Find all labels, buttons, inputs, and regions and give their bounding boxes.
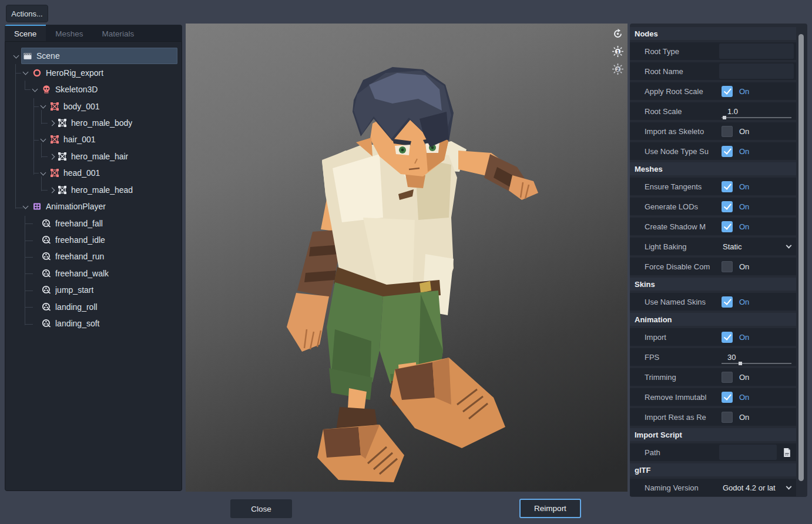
checkbox[interactable] [722, 201, 733, 212]
checkbox[interactable] [722, 146, 733, 157]
checkbox-state-label: On [739, 413, 749, 422]
tree-item-hero-male-head[interactable]: hero_male_head [5, 182, 182, 198]
tree-item-herorig-export[interactable]: HeroRig_export [5, 64, 182, 81]
checkbox-state-label: On [739, 147, 749, 156]
property-row-generate-lods: Generate LODsOn [630, 198, 796, 215]
tree-item-label: landing_soft [55, 319, 100, 328]
property-row-ensure-tangents: Ensure TangentsOn [630, 178, 796, 195]
slider-track[interactable] [722, 363, 791, 364]
property-label: Import [630, 333, 719, 342]
tree-item-skeleton3d[interactable]: Skeleton3D [5, 81, 182, 98]
checkbox[interactable] [722, 392, 733, 403]
tree-item-label: freehand_walk [55, 269, 109, 278]
property-label: Trimming [630, 373, 719, 382]
property-label: Apply Root Scale [630, 87, 719, 96]
property-row-naming-version: Naming VersionGodot 4.2 or lat [630, 479, 796, 496]
section-header-skins[interactable]: Skins [630, 278, 796, 291]
scrollbar-thumb[interactable] [798, 34, 804, 481]
checkbox-state-label: On [739, 202, 749, 211]
property-row-create-shadow-m: Create Shadow MOn [630, 218, 796, 235]
actions-button[interactable]: Actions... [6, 5, 48, 22]
tab-scene[interactable]: Scene [5, 25, 46, 41]
checkbox-state-label: On [739, 298, 749, 306]
tree-expand-chevron[interactable] [12, 48, 21, 64]
tree-expand-chevron[interactable] [47, 148, 56, 165]
tree-item-body-001[interactable]: body_001 [5, 98, 182, 114]
property-row-import: ImportOn [630, 328, 796, 346]
tree-guide-line [41, 110, 42, 124]
tree-expand-chevron[interactable] [22, 64, 31, 81]
slider-value[interactable]: 1.0 [719, 107, 738, 116]
property-row-remove-immutabl: Remove ImmutablOn [630, 388, 796, 406]
inspector-scrollbar[interactable] [798, 29, 804, 493]
tree-expand-chevron[interactable] [47, 182, 56, 198]
dropdown[interactable]: Static [719, 238, 796, 255]
mesh-icon [58, 152, 67, 161]
tree-item-hero-male-hair[interactable]: hero_male_hair [5, 148, 182, 165]
slider-value[interactable]: 30 [719, 353, 736, 362]
tree-item-label: Skeleton3D [55, 85, 98, 94]
checkbox[interactable] [722, 412, 733, 423]
tree-guide-line [25, 324, 33, 325]
preview-light-2-button[interactable]: 2 [611, 62, 624, 75]
property-label: Remove Immutabl [630, 393, 719, 402]
text-field[interactable] [719, 64, 794, 79]
rotate-view-button[interactable] [611, 27, 624, 40]
checkbox[interactable] [722, 332, 733, 343]
section-header-nodes[interactable]: Nodes [630, 27, 796, 40]
tree-expand-chevron[interactable] [47, 115, 56, 131]
checkbox[interactable] [722, 181, 733, 192]
checkbox[interactable] [722, 221, 733, 232]
preview-light-1-button[interactable]: 1 [611, 45, 624, 58]
property-row-root-type: Root Type [630, 42, 796, 60]
dropdown[interactable]: Godot 4.2 or lat [719, 479, 796, 496]
checkbox[interactable] [722, 296, 733, 308]
tree-item-scene[interactable]: Scene [5, 48, 182, 64]
slider-handle[interactable] [739, 362, 742, 365]
property-label: Force Disable Com [630, 262, 719, 271]
section-header-import-script[interactable]: Import Script [630, 428, 796, 441]
tree-item-hair-001[interactable]: hair_001 [5, 131, 182, 148]
svg-text:2: 2 [616, 65, 619, 72]
tree-guide-line [41, 176, 42, 191]
animation-icon [42, 285, 51, 295]
tree-item-animationplayer[interactable]: AnimationPlayer [5, 198, 182, 215]
scene-tree-panel: SceneHeroRig_exportSkeleton3Dbody_001her… [5, 41, 182, 491]
section-header-gltf[interactable]: glTF [630, 463, 796, 476]
tree-item-label: HeroRig_export [46, 68, 103, 78]
checkbox[interactable] [722, 372, 733, 383]
tree-expand-chevron[interactable] [31, 81, 40, 98]
tree-item-head-001[interactable]: head_001 [5, 165, 182, 181]
tree-item-hero-male-body[interactable]: hero_male_body [5, 115, 182, 131]
tree-item-label: hair_001 [63, 135, 96, 144]
property-row-fps: FPS30 [630, 348, 796, 366]
skeleton-icon [42, 85, 51, 94]
checkbox[interactable] [722, 261, 733, 272]
tab-meshes[interactable]: Meshes [46, 25, 92, 41]
section-header-animation[interactable]: Animation [630, 313, 796, 326]
property-label: Import Rest as Re [630, 413, 719, 422]
property-row-apply-root-scale: Apply Root ScaleOn [630, 82, 796, 100]
model-preview-viewport[interactable]: 12 [186, 24, 628, 492]
tab-materials[interactable]: Materials [93, 25, 144, 41]
checkbox[interactable] [722, 126, 733, 137]
slider-handle[interactable] [723, 116, 726, 119]
checkbox-state-label: On [739, 373, 749, 382]
tree-item-label: AnimationPlayer [46, 202, 106, 211]
tree-item-label: Scene [36, 51, 60, 61]
section-header-meshes[interactable]: Meshes [630, 162, 796, 175]
viewport-toolbar: 12 [611, 27, 624, 75]
text-field[interactable] [719, 44, 794, 59]
slider-track[interactable] [722, 117, 791, 118]
tree-expand-chevron[interactable] [22, 198, 31, 215]
checkbox-state-label: On [739, 393, 749, 402]
close-button[interactable]: Close [230, 499, 292, 518]
checkbox[interactable] [722, 86, 733, 97]
file-browse-button[interactable] [780, 445, 794, 460]
animation-icon [42, 319, 51, 328]
reimport-button[interactable]: Reimport [519, 499, 581, 518]
tree-item-label: hero_male_body [71, 118, 132, 128]
path-field[interactable] [719, 445, 777, 460]
tree-guide-line [25, 81, 25, 90]
property-row-root-scale: Root Scale1.0 [630, 102, 796, 120]
